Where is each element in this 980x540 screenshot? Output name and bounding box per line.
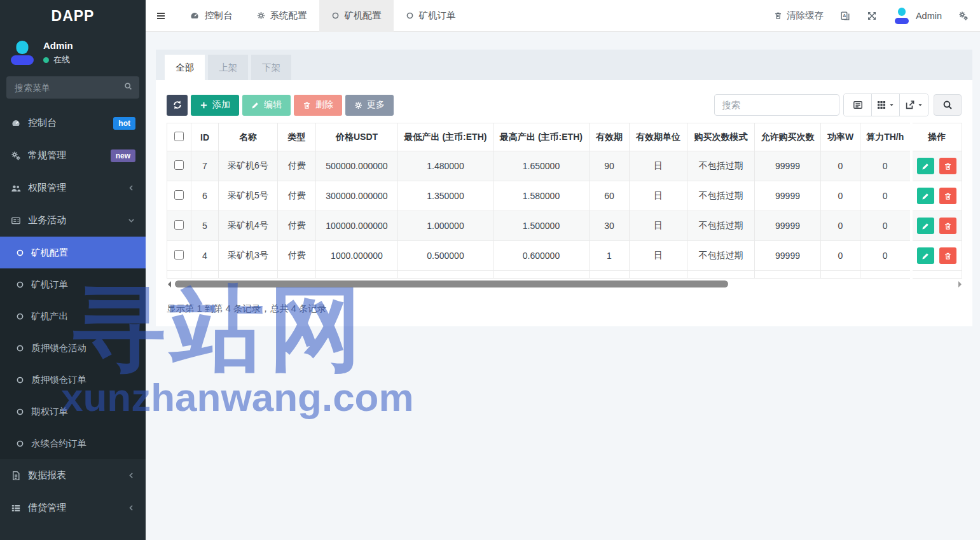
nav-tab-label: 系统配置	[270, 10, 307, 22]
users-icon	[11, 183, 21, 193]
sidebar-item-stake-orders[interactable]: 质押锁仓订单	[0, 364, 146, 396]
cell-name: 采矿机3号	[219, 241, 278, 271]
filter-tab-off-shelf[interactable]: 下架	[251, 55, 291, 80]
search-submit-button[interactable]	[934, 94, 962, 116]
sidebar-item-label: 权限管理	[28, 182, 66, 194]
export-button[interactable]	[900, 94, 928, 116]
table-search-box	[714, 94, 839, 116]
filter-tab-on-shelf[interactable]: 上架	[208, 55, 248, 80]
cell-power: 0	[821, 241, 860, 271]
table-empty-row	[167, 271, 962, 279]
sidebar-item-option-orders[interactable]: 期权订单	[0, 396, 146, 427]
column-header: 类型	[278, 123, 316, 151]
row-checkbox[interactable]	[174, 250, 184, 260]
sidebar-item-label: 借贷管理	[28, 502, 66, 514]
sidebar-search-input[interactable]	[6, 76, 139, 99]
cell-validity-unit: 日	[630, 151, 687, 181]
sidebar-item-console[interactable]: 控制台 hot	[0, 107, 146, 139]
row-checkbox[interactable]	[174, 160, 184, 170]
language-icon[interactable]	[840, 11, 850, 21]
plus-icon	[200, 101, 208, 109]
main-content: 全部 上架 下架 添加 编辑 删除 更多	[146, 32, 980, 540]
sidebar-item-stake-activity[interactable]: 质押锁仓活动	[0, 332, 146, 364]
nav-tab-miner-orders[interactable]: 矿机订单	[394, 0, 468, 32]
sidebar-item-reports[interactable]: 数据报表	[0, 459, 146, 492]
nav-tab-system-config[interactable]: 系统配置	[245, 0, 319, 32]
delete-row-button[interactable]	[939, 247, 956, 264]
nav-tab-console[interactable]: 控制台	[177, 0, 245, 32]
filter-tab-all[interactable]: 全部	[165, 55, 205, 80]
circle-icon	[406, 11, 414, 20]
cell-buy-mode: 不包括过期	[687, 151, 755, 181]
cell-min-output: 1.480000	[398, 151, 493, 181]
sidebar-item-lending[interactable]: 借贷管理	[0, 492, 146, 524]
delete-button[interactable]: 删除	[294, 95, 342, 116]
cell-hashrate: 0	[860, 211, 911, 241]
row-checkbox[interactable]	[174, 220, 184, 230]
submenu-label: 矿机订单	[31, 279, 68, 291]
horizontal-scrollbar[interactable]	[167, 280, 962, 289]
delete-row-button[interactable]	[939, 188, 956, 204]
columns-button[interactable]	[872, 94, 900, 116]
hot-badge: hot	[113, 117, 135, 130]
cell-buy-limit: 99999	[755, 211, 821, 241]
sidebar-item-miner-output[interactable]: 矿机产出	[0, 300, 146, 332]
circle-icon	[16, 344, 24, 352]
edit-row-button[interactable]	[917, 158, 934, 174]
add-button[interactable]: 添加	[191, 95, 239, 116]
sidebar-item-label: 控制台	[28, 117, 57, 129]
table-header-row: ID 名称 类型 价格USDT 最低产出 (主币:ETH) 最高产出 (主币:E…	[167, 123, 962, 151]
refresh-button[interactable]	[167, 95, 188, 116]
column-header: 最高产出 (主币:ETH)	[493, 123, 590, 151]
scrollbar-thumb[interactable]	[175, 280, 728, 287]
navbar-user-menu[interactable]: Admin	[894, 8, 942, 24]
sidebar-item-miner-config[interactable]: 矿机配置	[0, 237, 146, 268]
sidebar-item-label: 业务活动	[28, 214, 66, 226]
cell-power: 0	[821, 181, 860, 211]
sidebar-item-miner-orders[interactable]: 矿机订单	[0, 268, 146, 300]
tachometer-icon	[190, 11, 200, 21]
delete-row-button[interactable]	[939, 218, 956, 234]
more-button[interactable]: 更多	[345, 95, 394, 116]
nav-tab-label: 矿机配置	[345, 10, 382, 22]
settings-gears-icon[interactable]	[958, 11, 969, 21]
edit-button[interactable]: 编辑	[242, 95, 291, 116]
cell-power: 0	[821, 211, 860, 241]
cell-max-output: 1.580000	[493, 181, 590, 211]
row-checkbox[interactable]	[174, 190, 184, 200]
scroll-right-arrow[interactable]	[958, 281, 962, 287]
trash-icon	[303, 101, 311, 109]
hamburger-icon[interactable]	[146, 11, 177, 21]
column-header: 价格USDT	[316, 123, 398, 151]
edit-row-button[interactable]	[917, 218, 934, 234]
scroll-left-arrow[interactable]	[168, 281, 171, 287]
cell-hashrate: 0	[860, 151, 911, 181]
toggle-view-button[interactable]	[844, 94, 872, 116]
delete-row-button[interactable]	[939, 158, 956, 174]
nav-tab-label: 控制台	[205, 10, 233, 22]
submenu-label: 永续合约订单	[31, 438, 86, 450]
column-header: 允许购买次数	[755, 123, 821, 151]
sidebar-item-label: 常规管理	[28, 149, 66, 162]
edit-row-button[interactable]	[917, 188, 934, 204]
cell-buy-limit: 99999	[755, 181, 821, 211]
cell-validity: 1	[590, 241, 630, 271]
table-search-input[interactable]	[715, 95, 839, 115]
table-row: 7 采矿机6号 付费 500000.000000 1.480000 1.6500…	[167, 151, 962, 181]
sidebar-item-business[interactable]: 业务活动	[0, 204, 146, 237]
nav-tab-miner-config[interactable]: 矿机配置	[319, 0, 394, 32]
cell-validity-unit: 日	[630, 211, 687, 241]
column-header: ID	[191, 123, 219, 151]
user-name: Admin	[43, 40, 73, 51]
cell-max-output: 1.650000	[493, 151, 590, 181]
cell-min-output: 0.500000	[398, 241, 493, 271]
clear-cache-button[interactable]: 清除缓存	[774, 10, 824, 22]
cell-type: 付费	[278, 211, 316, 241]
edit-row-button[interactable]	[917, 247, 934, 264]
select-all-checkbox[interactable]	[174, 132, 184, 141]
sidebar-item-perpetual-orders[interactable]: 永续合约订单	[0, 427, 146, 459]
sidebar-item-permission[interactable]: 权限管理	[0, 172, 146, 204]
newspaper-icon	[11, 216, 21, 226]
fullscreen-icon[interactable]	[867, 11, 877, 21]
sidebar-item-general[interactable]: 常规管理 new	[0, 139, 146, 172]
